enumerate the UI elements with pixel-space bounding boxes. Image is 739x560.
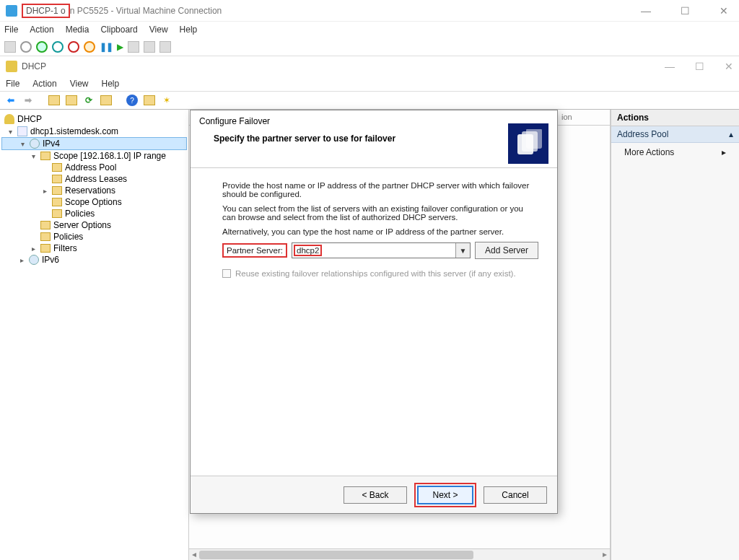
tree-ipv6[interactable]: IPv6 [1,254,187,266]
folder-icon [52,163,62,172]
vm-menu-media[interactable]: Media [66,25,89,35]
wizard-text-1: Provide the host name or IP address of t… [222,181,538,198]
wizard-text-3: Alternatively, you can type the host nam… [222,227,538,236]
vm-toolbar: ❚❚ ▶ [0,38,739,56]
vm-menu-file[interactable]: File [4,25,18,35]
dhcp-menu-action[interactable]: Action [32,79,56,89]
twist-icon[interactable] [40,187,49,195]
vm-menu-action[interactable]: Action [30,25,53,35]
tree-server[interactable]: dhcp1.sistemdesk.com [1,126,187,137]
turnoff-icon[interactable] [36,41,48,53]
dhcp-menubar: File Action View Help [0,76,739,91]
tree-root-label: DHCP [17,114,42,124]
horizontal-scrollbar[interactable]: ◂ ▸ [189,548,610,560]
tree-pane: DHCP dhcp1.sistemdesk.com IPv4 Scope [19… [0,110,189,560]
chevron-down-icon[interactable]: ▼ [455,243,470,258]
tree-reservations-label: Reservations [65,185,115,196]
twist-icon[interactable] [6,128,14,136]
new-icon[interactable]: ✶ [160,94,173,107]
twist-icon[interactable] [29,152,38,160]
collapse-icon[interactable]: ▴ [729,129,733,139]
svg-rect-2 [527,129,541,148]
tree-policies-label: Policies [53,232,83,242]
close-icon[interactable]: ✕ [714,5,733,17]
tree-address-leases-label: Address Leases [65,174,127,184]
properties-icon[interactable] [144,95,155,105]
tree-scope-policies[interactable]: Policies [1,208,187,219]
dhcp-title: DHCP [22,61,46,71]
folder-icon [40,232,51,241]
reuse-relationships-row: Reuse existing failover relationships co… [222,269,538,278]
dhcp-titlebar: DHCP — ☐ ✕ [0,56,739,76]
tree-reservations[interactable]: Reservations [1,185,187,196]
actions-header: Actions [611,110,739,126]
partner-server-combo[interactable]: dhcp2 ▼ [292,242,471,258]
twist-icon[interactable] [18,140,27,148]
scroll-right-icon[interactable]: ▸ [600,549,610,560]
tree-policies[interactable]: Policies [1,231,187,242]
cancel-button[interactable]: Cancel [484,486,547,504]
back-button[interactable]: < Back [344,486,407,504]
revert-icon[interactable] [144,41,155,53]
tree-ipv6-label: IPv6 [42,255,59,265]
dhcp-minimize-icon[interactable]: — [665,61,675,72]
dhcp-close-icon[interactable]: ✕ [725,61,733,72]
tree-filters[interactable]: Filters [1,242,187,254]
ctrl-alt-del-icon[interactable] [4,41,16,53]
wizard-header-icon [508,123,548,164]
next-button[interactable]: Next > [417,486,473,504]
tree-root[interactable]: DHCP [1,113,187,126]
maximize-icon[interactable]: ☐ [675,5,694,17]
vm-menu-clipboard[interactable]: Clipboard [100,25,137,35]
start-icon[interactable] [20,41,32,53]
dhcp-maximize-icon[interactable]: ☐ [695,61,704,72]
scroll-left-icon[interactable]: ◂ [189,549,199,560]
twist-icon[interactable] [17,256,26,264]
reset-icon[interactable] [84,41,95,53]
add-server-button[interactable]: Add Server [475,242,538,259]
actions-pane: Actions Address Pool ▴ More Actions ▸ [611,110,739,560]
dhcp-menu-file[interactable]: File [6,79,19,89]
wizard-subtitle: Specify the partner server to use for fa… [199,126,548,144]
shutdown-icon[interactable] [52,41,64,53]
tree-scope-options[interactable]: Scope Options [1,196,187,208]
enh-session-icon[interactable] [159,41,171,53]
folder-icon [40,244,51,253]
tree-scope[interactable]: Scope [192.168.1.0] IP range [1,150,187,162]
help-icon[interactable]: ? [126,95,138,106]
next-label: Next > [432,490,458,500]
play-icon[interactable]: ▶ [117,42,123,52]
export-list-icon[interactable] [100,95,112,105]
vm-menu-view[interactable]: View [149,25,168,35]
tree-ipv4[interactable]: IPv4 [1,137,187,150]
vm-window-controls: — ☐ ✕ [637,5,733,17]
tree-filters-label: Filters [53,243,77,253]
checkpoint-icon[interactable] [128,41,139,53]
save-icon[interactable] [68,41,79,53]
pause-icon[interactable]: ❚❚ [100,42,113,52]
dhcp-menu-view[interactable]: View [70,79,89,89]
nav-back-icon[interactable]: ⬅ [4,94,17,107]
partner-server-row: Partner Server: dhcp2 ▼ Add Server [222,242,538,259]
title-highlight: DHCP-1 o [22,4,70,18]
chevron-right-icon: ▸ [722,147,726,157]
tree-address-leases[interactable]: Address Leases [1,173,187,185]
vm-menu-help[interactable]: Help [180,25,198,35]
actions-section[interactable]: Address Pool ▴ [611,126,739,143]
actions-more[interactable]: More Actions ▸ [611,143,739,162]
folder-icon [52,175,62,183]
scroll-thumb[interactable] [199,551,473,559]
twist-icon[interactable] [29,245,38,253]
folder-icon [52,186,62,195]
folder-icon [40,221,51,229]
refresh-icon[interactable]: ⟳ [82,94,95,107]
minimize-icon[interactable]: — [637,5,655,17]
dhcp-body: DHCP dhcp1.sistemdesk.com IPv4 Scope [19… [0,110,739,560]
up-level-icon[interactable] [48,95,60,105]
tree-server-options[interactable]: Server Options [1,219,187,231]
dhcp-menu-help[interactable]: Help [102,79,120,89]
tree-scope-policies-label: Policies [65,209,95,219]
tree-address-pool[interactable]: Address Pool [1,162,187,173]
nav-forward-icon[interactable]: ➡ [22,94,35,107]
show-hide-tree-icon[interactable] [66,95,77,105]
